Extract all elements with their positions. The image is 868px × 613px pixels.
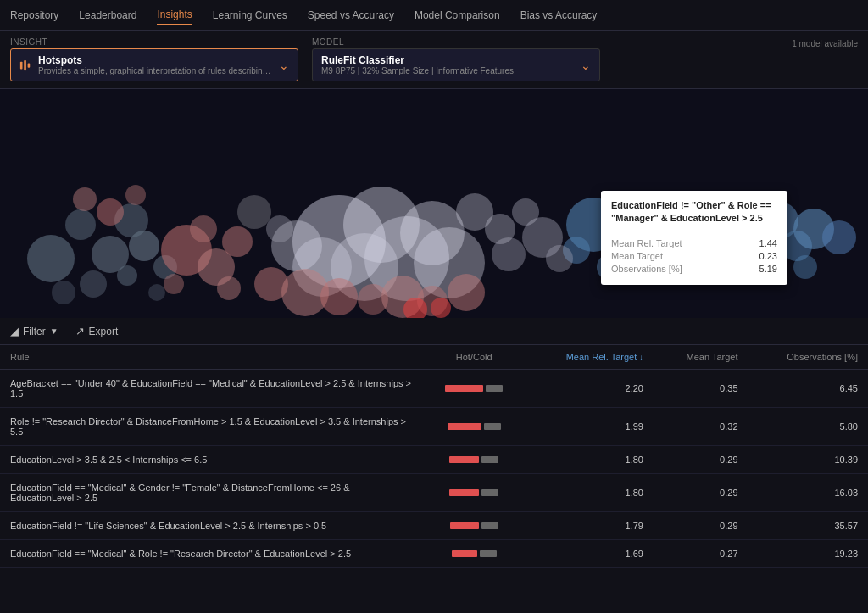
mean-target-cell: 0.35 bbox=[654, 370, 748, 408]
hotcold-bar bbox=[433, 489, 515, 496]
cold-bar bbox=[484, 423, 501, 430]
tooltip-label-2: Mean Target bbox=[611, 251, 663, 261]
mean-rel-target-cell: 2.20 bbox=[526, 370, 654, 408]
svg-point-6 bbox=[80, 270, 107, 298]
insight-selector-content: Hotspots Provides a simple, graphical in… bbox=[38, 54, 272, 75]
export-label: Export bbox=[89, 326, 119, 337]
cold-bar bbox=[481, 456, 498, 463]
model-description: M9 8P75 | 32% Sample Size | Informative … bbox=[321, 66, 574, 75]
hot-bar bbox=[449, 489, 479, 496]
rules-table: Rule Hot/Cold Mean Rel. Target Mean Targ… bbox=[0, 345, 868, 568]
col-mean-target[interactable]: Mean Target bbox=[654, 345, 748, 370]
svg-point-8 bbox=[52, 281, 75, 304]
table-row: EducationField == "Medical" & Gender != … bbox=[0, 474, 868, 512]
model-label: Model bbox=[312, 37, 600, 47]
svg-point-28 bbox=[320, 278, 358, 315]
nav-repository[interactable]: Repository bbox=[10, 6, 58, 25]
col-rule[interactable]: Rule bbox=[0, 345, 423, 370]
tooltip-value-1: 1.44 bbox=[760, 238, 777, 248]
rule-cell: EducationField == "Medical" & Role != "R… bbox=[0, 540, 423, 568]
table-row: EducationField != "Life Sciences" & Educ… bbox=[0, 512, 868, 540]
nav-insights[interactable]: Insights bbox=[157, 5, 192, 25]
svg-point-52 bbox=[237, 195, 271, 229]
observations-cell: 10.39 bbox=[748, 446, 868, 474]
col-mean-rel-target[interactable]: Mean Rel. Target bbox=[526, 345, 654, 370]
model-title: RuleFit Classifier bbox=[321, 54, 574, 66]
hot-bar bbox=[448, 423, 481, 430]
model-chevron-icon: ⌄ bbox=[581, 59, 591, 72]
mean-target-cell: 0.29 bbox=[654, 512, 748, 540]
mean-target-cell: 0.32 bbox=[654, 408, 748, 446]
rule-cell: Role != "Research Director" & DistanceFr… bbox=[0, 408, 423, 446]
nav-leaderboard[interactable]: Leaderboard bbox=[79, 6, 136, 25]
cold-bar bbox=[481, 522, 498, 529]
svg-point-33 bbox=[448, 274, 485, 311]
svg-point-16 bbox=[222, 226, 253, 257]
hotcold-bar bbox=[433, 456, 515, 463]
svg-point-57 bbox=[492, 237, 526, 271]
col-hotcold[interactable]: Hot/Cold bbox=[423, 345, 526, 370]
filter-chevron-icon: ▼ bbox=[50, 326, 58, 336]
rule-cell: AgeBracket == "Under 40" & EducationFiel… bbox=[0, 370, 423, 408]
cold-bar bbox=[486, 385, 503, 392]
svg-point-50 bbox=[822, 220, 856, 254]
mean-rel-target-cell: 1.69 bbox=[526, 540, 654, 568]
visualization-area: EducationField != "Other" & Role == "Man… bbox=[0, 89, 868, 318]
mean-rel-target-cell: 1.80 bbox=[526, 474, 654, 512]
model-section: Model RuleFit Classifier M9 8P75 | 32% S… bbox=[312, 37, 600, 81]
rule-cell: EducationField != "Life Sciences" & Educ… bbox=[0, 512, 423, 540]
svg-point-7 bbox=[117, 265, 137, 286]
hot-bar bbox=[452, 550, 477, 557]
col-observations[interactable]: Observations [%] bbox=[748, 345, 868, 370]
filter-label: Filter bbox=[23, 326, 46, 337]
tooltip-metric-1: Mean Rel. Target 1.44 bbox=[611, 238, 777, 248]
svg-rect-2 bbox=[28, 63, 31, 67]
observations-cell: 6.45 bbox=[748, 370, 868, 408]
tooltip-metric-3: Observations [%] 5.19 bbox=[611, 264, 777, 274]
table-row: AgeBracket == "Under 40" & EducationFiel… bbox=[0, 370, 868, 408]
tooltip-metric-2: Mean Target 0.23 bbox=[611, 251, 777, 261]
nav-bias-accuracy[interactable]: Bias vs Accuracy bbox=[520, 6, 598, 25]
model-selector[interactable]: RuleFit Classifier M9 8P75 | 32% Sample … bbox=[312, 48, 600, 81]
mean-rel-target-cell: 1.79 bbox=[526, 512, 654, 540]
cold-bar bbox=[480, 550, 497, 557]
svg-point-15 bbox=[190, 215, 217, 242]
svg-point-49 bbox=[793, 255, 817, 279]
mean-target-cell: 0.27 bbox=[654, 540, 748, 568]
table-row: EducationField == "Medical" & Role != "R… bbox=[0, 540, 868, 568]
svg-point-4 bbox=[65, 209, 96, 240]
nav-learning-curves[interactable]: Learning Curves bbox=[213, 6, 287, 25]
hotcold-cell bbox=[423, 540, 526, 568]
tooltip-rule: EducationField != "Other" & Role == "Man… bbox=[611, 199, 777, 231]
table-row: EducationLevel > 3.5 & 2.5 < Internships… bbox=[0, 446, 868, 474]
table-header-row: Rule Hot/Cold Mean Rel. Target Mean Targ… bbox=[0, 345, 868, 370]
svg-point-12 bbox=[148, 284, 165, 301]
hotcold-cell bbox=[423, 408, 526, 446]
filter-row: ◢ Filter ▼ ↗ Export bbox=[0, 318, 868, 345]
hot-bar bbox=[449, 456, 479, 463]
svg-point-59 bbox=[546, 245, 573, 272]
table-body: AgeBracket == "Under 40" & EducationFiel… bbox=[0, 370, 868, 568]
hotcold-bar bbox=[433, 550, 515, 557]
svg-point-17 bbox=[164, 274, 184, 294]
nav-model-comparison[interactable]: Model Comparison bbox=[415, 6, 500, 25]
mean-target-cell: 0.29 bbox=[654, 474, 748, 512]
hotcold-cell bbox=[423, 446, 526, 474]
svg-rect-1 bbox=[24, 59, 26, 70]
svg-point-61 bbox=[125, 185, 146, 205]
svg-point-53 bbox=[266, 215, 293, 242]
hotcold-cell bbox=[423, 474, 526, 512]
rule-cell: EducationLevel > 3.5 & 2.5 < Internships… bbox=[0, 446, 423, 474]
nav-speed-accuracy[interactable]: Speed vs Accuracy bbox=[308, 6, 394, 25]
insight-title: Hotspots bbox=[38, 54, 272, 66]
cold-bar bbox=[481, 489, 498, 496]
export-icon: ↗ bbox=[75, 325, 85, 337]
rule-cell: EducationField == "Medical" & Gender != … bbox=[0, 474, 423, 512]
insight-section: Insight Hotspots Provides a simple, grap… bbox=[10, 37, 298, 81]
filter-button[interactable]: ◢ Filter ▼ bbox=[10, 325, 58, 337]
insight-selector[interactable]: Hotspots Provides a simple, graphical in… bbox=[10, 48, 298, 81]
export-button[interactable]: ↗ Export bbox=[75, 325, 119, 337]
insight-description: Provides a simple, graphical interpretat… bbox=[38, 66, 272, 75]
model-selector-content: RuleFit Classifier M9 8P75 | 32% Sample … bbox=[321, 54, 574, 75]
mean-target-cell: 0.29 bbox=[654, 446, 748, 474]
